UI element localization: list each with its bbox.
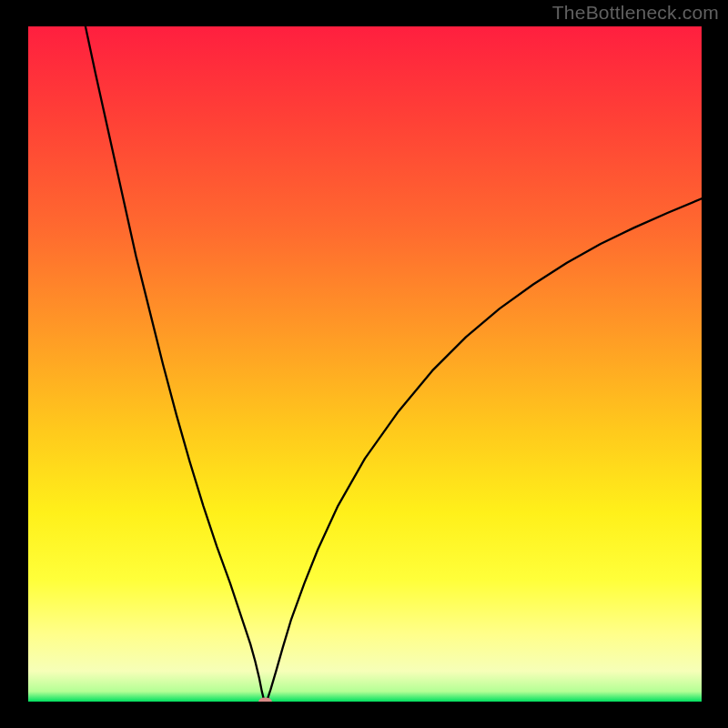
plot-background — [28, 26, 702, 702]
chart-frame: TheBottleneck.com — [0, 0, 728, 728]
watermark-text: TheBottleneck.com — [552, 2, 719, 24]
bottleneck-plot — [28, 26, 702, 702]
